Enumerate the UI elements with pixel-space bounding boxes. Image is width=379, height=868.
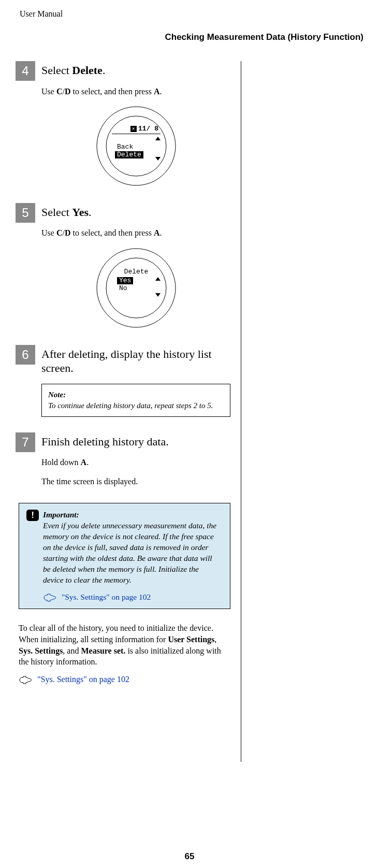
cross-reference-link[interactable]: "Sys. Settings" on page 102 <box>62 592 151 601</box>
instruction: The time screen is displayed. <box>41 476 230 487</box>
important-icon: ! <box>26 510 39 521</box>
lcd-line: No <box>112 285 155 293</box>
t: , <box>214 635 216 644</box>
down-arrow-icon <box>155 293 161 297</box>
t: A <box>81 458 87 467</box>
t: . <box>159 228 162 237</box>
page-number: 65 <box>0 851 379 862</box>
step-4: 4 Select Delete. Use C/D to select, and … <box>19 61 230 187</box>
step-number: 6 <box>16 345 35 365</box>
lcd-line-selected: Delete <box>115 151 143 158</box>
step-body: Hold down A. The time screen is displaye… <box>41 457 230 487</box>
step-body: Use C/D to select, and then press A. Del… <box>41 227 230 329</box>
content: 4 Select Delete. Use C/D to select, and … <box>16 61 363 762</box>
t: Sys. Settings <box>19 646 63 655</box>
text: Select <box>41 64 72 77</box>
left-column: 4 Select Delete. Use C/D to select, and … <box>19 61 241 762</box>
t: . <box>86 458 89 467</box>
note-label: Note: <box>48 389 224 400</box>
t: Use <box>41 228 56 237</box>
running-head: User Manual <box>20 9 363 19</box>
t: C <box>56 87 63 96</box>
t: Hold down <box>41 458 81 467</box>
important-box: ! Important: Even if you delete unnecess… <box>19 503 230 609</box>
t: . <box>89 206 92 219</box>
t: A <box>154 228 160 237</box>
down-arrow-icon <box>155 157 161 161</box>
t: C <box>56 228 63 237</box>
step-5: 5 Select Yes. Use C/D to select, and the… <box>19 203 230 329</box>
t: to select, and then press <box>70 228 153 237</box>
instruction: Hold down A. <box>41 457 230 468</box>
step-heading: Finish deleting history data. <box>41 432 230 449</box>
note-text: To continue deleting history data, repea… <box>48 401 213 410</box>
t: Measure set. <box>81 646 125 655</box>
lcd-date: 11/ 8 <box>138 124 158 134</box>
instruction: Use C/D to select, and then press A. <box>41 227 230 239</box>
t: A <box>154 87 160 96</box>
device-screen-illustration: Delete Yes No <box>92 247 180 329</box>
step-number: 5 <box>16 203 35 223</box>
important-content: Important: Even if you delete unnecessar… <box>43 510 219 602</box>
step-heading: Select Delete. <box>41 61 230 78</box>
closing-paragraph: To clear all of the history, you need to… <box>19 623 230 667</box>
step-heading: Select Yes. <box>41 203 230 220</box>
step-body: Note: To continue deleting history data,… <box>41 384 230 417</box>
step-6: 6 After deleting, display the history li… <box>19 345 230 417</box>
important-label: Important: <box>43 510 219 520</box>
text-bold: Delete <box>72 64 103 77</box>
lcd-line: Back <box>112 143 155 151</box>
device-screen-illustration: ✕ 11/ 8 Back Delete <box>92 105 180 187</box>
pointer-hand-icon <box>19 676 32 684</box>
cross-reference: "Sys. Settings" on page 102 <box>43 592 219 603</box>
pointer-hand-icon <box>43 594 56 602</box>
section-title: Checking Measurement Data (History Funct… <box>16 32 363 42</box>
step-body: Use C/D to select, and then press A. ✕ 1… <box>41 86 230 187</box>
t: . <box>159 87 162 96</box>
t: User Settings <box>168 635 214 644</box>
t: D <box>65 87 71 96</box>
lcd-line-selected: Yes <box>117 277 133 284</box>
step-number: 7 <box>16 432 35 452</box>
t: D <box>65 228 71 237</box>
lcd-title: Delete <box>112 268 161 276</box>
up-arrow-icon <box>155 277 161 281</box>
t: , and <box>63 646 81 655</box>
instruction: Use C/D to select, and then press A. <box>41 86 230 97</box>
t: Select <box>41 206 72 219</box>
step-number: 4 <box>16 61 35 81</box>
up-arrow-icon <box>155 137 161 140</box>
step-heading: After deleting, display the history list… <box>41 345 230 375</box>
t: Use <box>41 87 56 96</box>
t: Yes <box>72 206 89 219</box>
note-box: Note: To continue deleting history data,… <box>41 384 230 417</box>
t: to select, and then press <box>70 87 153 96</box>
important-text: Even if you delete unnecessary measureme… <box>43 521 216 584</box>
text: . <box>103 64 106 77</box>
cross-reference: "Sys. Settings" on page 102 <box>19 675 230 684</box>
step-7: 7 Finish deleting history data. Hold dow… <box>19 432 230 487</box>
cross-reference-link[interactable]: "Sys. Settings" on page 102 <box>37 675 129 684</box>
